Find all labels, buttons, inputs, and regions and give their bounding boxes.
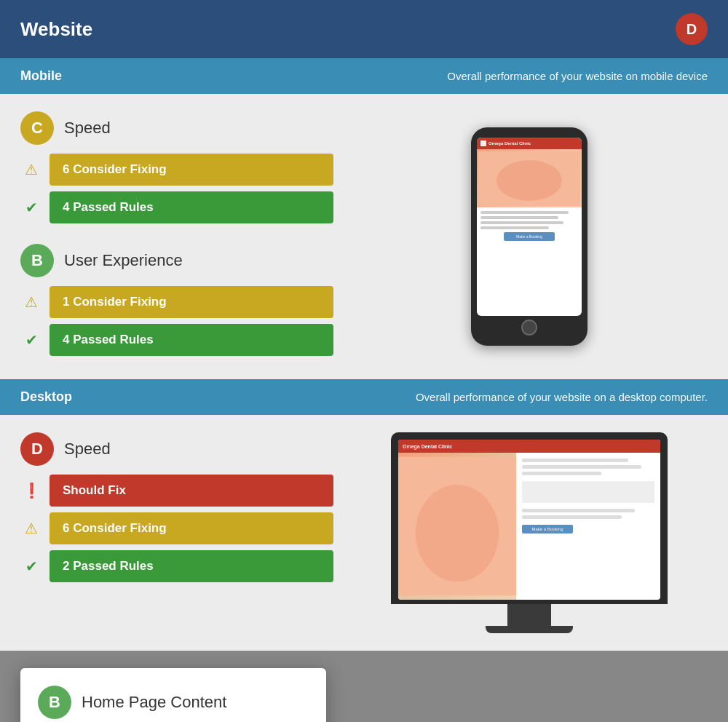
desktop-cta-button: Make a Booking [522,525,573,533]
phone-hero-image [477,149,582,207]
phone-home-button [521,320,537,336]
desktop-speed-bar-0[interactable]: Should Fix [50,475,333,507]
desktop-text-1 [522,459,628,462]
desktop-stand [507,604,551,626]
mobile-ux-row-1[interactable]: ✔ 4 Passed Rules [20,324,333,356]
phone-text-3 [480,221,563,224]
mobile-ux-bar-1[interactable]: 4 Passed Rules [50,324,333,356]
desktop-hero-image [398,453,516,600]
mobile-ux-label: User Experience [64,251,183,270]
desktop-text-2 [522,465,641,469]
avatar: D [676,13,708,45]
phone-text-4 [480,226,549,229]
desktop-speed-label: Speed [64,440,111,459]
phone-text-2 [480,216,558,219]
warning-icon-1: ⚠ [20,291,42,313]
mobile-speed-row-1[interactable]: ✔ 4 Passed Rules [20,191,333,223]
desktop-base [486,626,573,633]
desktop-content-box [522,481,654,503]
phone-site-name: Omega Dental Clinic [488,141,531,146]
desktop-speed-bar-1[interactable]: 6 Consider Fixing [50,512,333,544]
svg-point-4 [416,485,499,582]
warning-icon-2: ⚠ [20,517,42,539]
desktop-screen: Omega Dental Clinic [398,440,660,600]
desktop-speed-grade: D [20,432,54,466]
desktop-speed-bar-2[interactable]: 2 Passed Rules [50,550,333,582]
check-icon-0: ✔ [20,197,42,218]
mobile-ux-row-0[interactable]: ⚠ 1 Consider Fixing [20,286,333,318]
desktop-content-col: Make a Booking [516,453,660,600]
mobile-ux-bar-0[interactable]: 1 Consider Fixing [50,286,333,318]
mobile-content-area: C Speed ⚠ 6 Consider Fixing ✔ 4 Passed R… [0,94,728,379]
mobile-ux-header: B User Experience [20,244,333,277]
mobile-ux-grade: B [20,244,54,277]
desktop-section-desc: Overall performance of your website on a… [416,391,708,403]
popup-content-label: Home Page Content [82,693,226,712]
phone-content: Make a Booking [477,207,582,316]
popup-overlay: B Home Page Content ❗ 2 Below Industry A… [0,651,728,722]
mobile-section-header: Mobile Overall performance of your websi… [0,58,728,94]
phone-screen: Omega Dental Clinic [477,138,582,316]
desktop-speed-row-2[interactable]: ✔ 2 Passed Rules [20,550,333,582]
desktop-speed-block: D Speed ❗ Should Fix ⚠ 6 Consider Fixing… [20,432,333,588]
mobile-speed-grade: C [20,111,54,145]
desktop-text-4 [522,509,635,512]
app-title: Website [20,18,92,41]
phone-nav-bar: Omega Dental Clinic [477,138,582,149]
check-icon-2: ✔ [20,555,42,577]
phone-text-1 [480,211,569,214]
mobile-section-desc: Overall performance of your website on m… [447,70,708,82]
mobile-metrics-column: C Speed ⚠ 6 Consider Fixing ✔ 4 Passed R… [20,111,333,362]
desktop-metrics-column: D Speed ❗ Should Fix ⚠ 6 Consider Fixing… [20,432,333,633]
desktop-nav-bar: Omega Dental Clinic [398,440,660,453]
desktop-site-name: Omega Dental Clinic [403,444,452,449]
popup-content-header: B Home Page Content [38,686,309,719]
desktop-text-5 [522,515,622,519]
check-icon-1: ✔ [20,329,42,351]
error-icon-0: ❗ [20,480,42,501]
mobile-speed-row-0[interactable]: ⚠ 6 Consider Fixing [20,154,333,186]
mobile-speed-bar-1[interactable]: 4 Passed Rules [50,191,333,223]
desktop-speed-header: D Speed [20,432,333,466]
desktop-preview-column: Omega Dental Clinic [351,432,708,633]
desktop-mockup: Omega Dental Clinic [391,432,668,633]
mobile-ux-block: B User Experience ⚠ 1 Consider Fixing ✔ … [20,244,333,362]
phone-cta-button: Make a Booking [504,232,555,241]
desktop-speed-row-1[interactable]: ⚠ 6 Consider Fixing [20,512,333,544]
warning-icon-0: ⚠ [20,159,42,180]
app-header: Website D [0,0,728,58]
popup-card: B Home Page Content ❗ 2 Below Industry A… [20,668,326,722]
phone-menu-icon [480,140,486,146]
popup-content-grade: B [38,686,71,719]
desktop-section-title: Desktop [20,389,72,405]
svg-point-1 [496,160,562,201]
popup-content-block: B Home Page Content ❗ 2 Below Industry A… [38,686,309,722]
desktop-text-3 [522,472,601,475]
mobile-speed-label: Speed [64,119,111,138]
phone-mockup: Omega Dental Clinic [471,127,587,346]
mobile-preview-column: Omega Dental Clinic [351,111,708,362]
desktop-body: Make a Booking [398,453,660,600]
mobile-speed-bar-0[interactable]: 6 Consider Fixing [50,154,333,186]
mobile-section-title: Mobile [20,68,62,84]
mobile-speed-header: C Speed [20,111,333,145]
desktop-screen-outer: Omega Dental Clinic [391,432,668,604]
desktop-content-area: D Speed ❗ Should Fix ⚠ 6 Consider Fixing… [0,415,728,651]
desktop-speed-row-0[interactable]: ❗ Should Fix [20,475,333,507]
mobile-speed-block: C Speed ⚠ 6 Consider Fixing ✔ 4 Passed R… [20,111,333,229]
desktop-section-header: Desktop Overall performance of your webs… [0,379,728,415]
